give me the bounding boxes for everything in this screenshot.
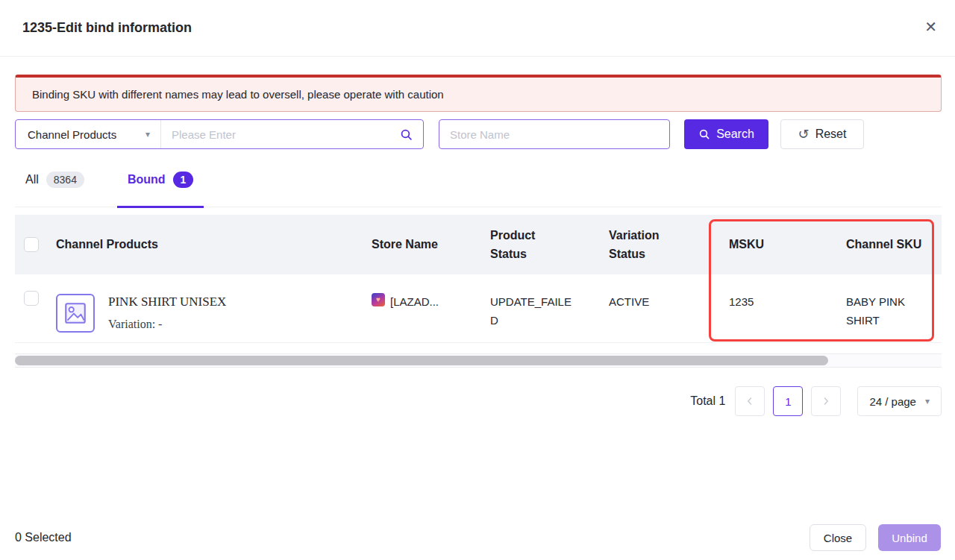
product-text-block: PINK SHIRT UNISEX Variation: -: [108, 294, 226, 342]
warning-text: Binding SKU with different names may lea…: [32, 88, 444, 101]
row-checkbox[interactable]: [24, 291, 39, 306]
table-header-row: Channel Products Store Name Product Stat…: [15, 215, 942, 274]
column-header-msku: MSKU: [729, 215, 846, 274]
column-header-store-name: Store Name: [372, 215, 490, 274]
page-1-button[interactable]: 1: [773, 386, 803, 416]
page-size-value: 24 / page: [869, 395, 916, 408]
bound-products-table: Channel Products Store Name Product Stat…: [15, 215, 942, 343]
reset-button-label: Reset: [815, 128, 847, 141]
product-name: PINK SHIRT UNISEX: [108, 295, 226, 309]
search-combo: Channel Products ▾: [15, 119, 424, 149]
column-header-channel-products: Channel Products: [56, 215, 372, 274]
prev-page-button[interactable]: [735, 386, 765, 416]
keyword-input-wrap: [161, 120, 423, 148]
next-page-button[interactable]: [811, 386, 841, 416]
tab-all-label: All: [25, 173, 39, 186]
tab-bar: All 8364 Bound 1: [15, 166, 204, 208]
chevron-left-icon: [745, 397, 754, 406]
search-icon: [698, 128, 710, 140]
product-status-cell: UPDATE_FAILED: [490, 274, 609, 342]
store-cell: ♥ [LAZAD...: [372, 274, 490, 342]
unbind-button[interactable]: Unbind: [878, 524, 941, 551]
channel-sku-value: BABY PINK SHIRT: [846, 292, 921, 330]
filter-type-value: Channel Products: [28, 128, 116, 141]
lazada-channel-icon: ♥: [372, 293, 385, 306]
tab-bound-count-badge: 1: [173, 172, 194, 188]
tab-bound[interactable]: Bound 1: [117, 166, 204, 208]
channel-sku-cell: BABY PINK SHIRT: [846, 274, 942, 342]
chevron-right-icon: [821, 397, 830, 406]
search-button[interactable]: Search: [684, 119, 768, 149]
close-button[interactable]: Close: [810, 524, 866, 551]
filter-bar: Channel Products ▾ Search ↺ Reset: [15, 119, 864, 149]
product-cell: PINK SHIRT UNISEX Variation: -: [56, 274, 372, 342]
total-count: Total 1: [690, 394, 725, 408]
product-status: UPDATE_FAILED: [490, 292, 574, 330]
msku-value: 1235: [729, 292, 754, 311]
reset-button[interactable]: ↺ Reset: [780, 119, 864, 149]
column-header-variation-status: Variation Status: [609, 215, 729, 274]
variation-status: ACTIVE: [609, 292, 649, 311]
select-all-checkbox[interactable]: [24, 237, 39, 252]
warning-banner: Binding SKU with different names may lea…: [15, 75, 942, 112]
keyword-input[interactable]: [172, 128, 400, 141]
tab-all[interactable]: All 8364: [15, 166, 95, 208]
modal-header: 1235-Edit bind information ✕: [0, 0, 955, 57]
msku-cell: 1235: [729, 274, 846, 342]
store-name-input[interactable]: [439, 119, 670, 149]
column-header-channel-sku: Channel SKU: [846, 215, 942, 274]
chevron-down-icon: ▾: [925, 397, 930, 406]
footer-buttons: Close Unbind: [810, 524, 941, 551]
horizontal-scrollbar-thumb[interactable]: [15, 356, 828, 365]
tab-bound-label: Bound: [128, 173, 166, 186]
filter-type-select[interactable]: Channel Products ▾: [16, 120, 161, 148]
page-size-select[interactable]: 24 / page ▾: [857, 386, 942, 416]
pagination: Total 1 1 24 / page ▾: [690, 386, 942, 416]
product-image-placeholder-icon: [56, 294, 95, 333]
reset-icon: ↺: [798, 128, 810, 141]
search-icon[interactable]: [400, 128, 413, 141]
close-icon[interactable]: ✕: [924, 19, 937, 34]
search-button-label: Search: [716, 128, 754, 141]
column-header-product-status: Product Status: [490, 215, 609, 274]
chevron-down-icon: ▾: [145, 130, 150, 139]
horizontal-scrollbar-track[interactable]: [15, 353, 942, 368]
page-title: 1235-Edit bind information: [22, 20, 192, 36]
store-name: [LAZAD...: [390, 292, 439, 311]
table-row: PINK SHIRT UNISEX Variation: - ♥ [LAZAD.…: [15, 274, 942, 343]
tab-all-count-badge: 8364: [46, 172, 84, 188]
variation-status-cell: ACTIVE: [609, 274, 729, 342]
selected-count: 0 Selected: [15, 531, 72, 544]
product-variation: Variation: -: [108, 318, 226, 331]
